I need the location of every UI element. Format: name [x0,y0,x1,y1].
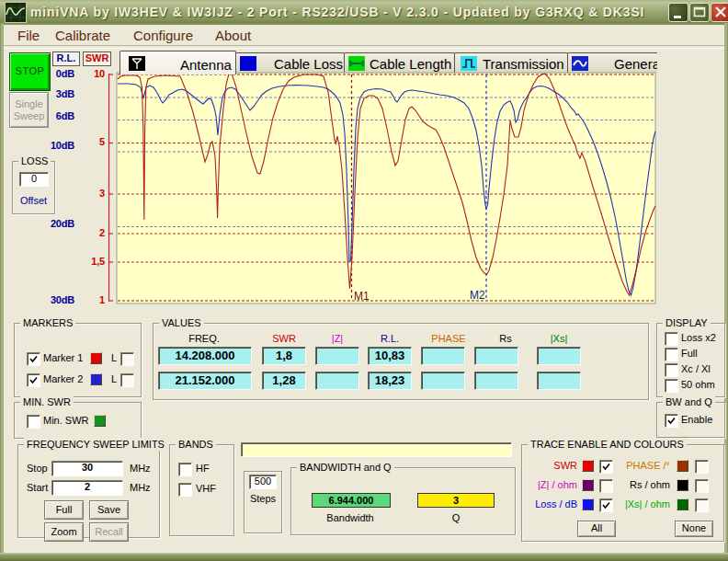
svg-text:M2: M2 [470,289,485,302]
svg-text:M1: M1 [354,290,370,303]
